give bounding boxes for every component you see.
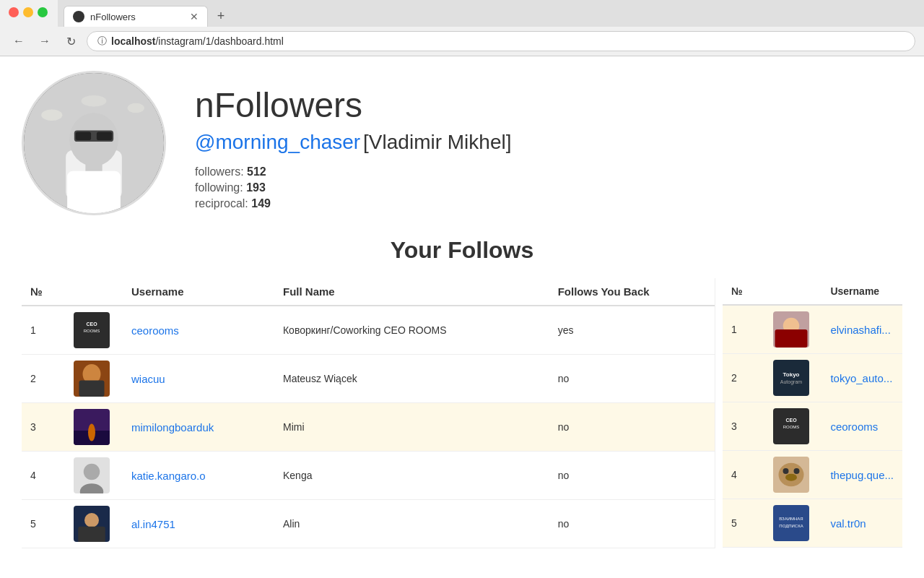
right-username-link[interactable]: elvinashafi...: [830, 324, 890, 336]
svg-rect-44: [773, 505, 809, 541]
row-username-cell: ceorooms: [123, 306, 274, 355]
row-avatar-cell: [65, 500, 123, 548]
svg-point-2: [41, 109, 62, 121]
right-table-row: 4 thepug.que...: [723, 451, 902, 499]
profile-avatar: [22, 71, 166, 215]
username-link[interactable]: ceorooms: [131, 324, 179, 337]
security-icon: ⓘ: [97, 35, 107, 48]
right-username-link[interactable]: val.tr0n: [830, 517, 866, 530]
row-fullname: Коворкинг/Coworking CEO ROOMS: [274, 306, 549, 355]
tab-bar: nFollowers ✕ +: [58, 0, 924, 27]
row-username-cell: katie.kangaro.o: [123, 452, 274, 500]
right-username-link[interactable]: ceorooms: [830, 420, 878, 433]
table-row: 2 wiacuu Mateusz Wiącek no: [22, 355, 715, 403]
active-tab[interactable]: nFollowers ✕: [64, 6, 208, 27]
svg-point-28: [84, 513, 99, 527]
right-row-number: 1: [723, 305, 764, 354]
right-row-avatar-cell: TokyoAutogram: [764, 354, 821, 402]
svg-point-4: [82, 95, 107, 107]
row-follows-back: no: [549, 452, 715, 500]
followers-stat: followers: 512: [195, 165, 511, 178]
right-username-link[interactable]: tokyo_auto...: [830, 372, 892, 384]
svg-point-43: [785, 474, 797, 481]
right-table-row: 1 elvinashafi...: [723, 305, 902, 354]
row-username-cell: wiacuu: [123, 355, 274, 403]
right-table-row: 2 TokyoAutogram tokyo_auto...: [723, 354, 902, 402]
row-avatar: [74, 506, 110, 542]
col-avatar: [65, 278, 123, 306]
row-fullname: Kenga: [274, 452, 549, 500]
close-window-button[interactable]: [9, 7, 19, 17]
col-no: №: [22, 278, 65, 306]
forward-button[interactable]: →: [35, 31, 55, 51]
right-table-row: 3 CEOROOMS ceorooms: [723, 402, 902, 451]
right-follows-table: № Username 1 elvinashafi... 2 TokyoAutog…: [723, 278, 902, 548]
username-link[interactable]: mimilongboarduk: [131, 421, 214, 434]
svg-rect-19: [79, 381, 105, 397]
right-row-number: 3: [723, 402, 764, 451]
svg-text:Tokyo: Tokyo: [783, 371, 800, 378]
row-username-cell: al.in4751: [123, 500, 274, 548]
right-row-avatar-cell: CEOROOMS: [764, 402, 821, 451]
row-username-cell: mimilongboarduk: [123, 403, 274, 452]
reciprocal-label: reciprocal:: [195, 197, 248, 210]
following-stat: following: 193: [195, 181, 511, 194]
address-bar-row: ← → ↻ ⓘ localhost/instagram/1/dashboard.…: [0, 27, 924, 56]
username-link[interactable]: wiacuu: [131, 373, 165, 385]
minimize-window-button[interactable]: [23, 7, 33, 17]
row-avatar: [74, 361, 110, 397]
table-header-row: № Username Full Name Follows You Back: [22, 278, 715, 306]
table-row: 1 CEOROOMS ceorooms Коворкинг/Coworking …: [22, 306, 715, 355]
followers-label: followers:: [195, 165, 244, 178]
maximize-window-button[interactable]: [38, 7, 48, 17]
right-row-username-cell: elvinashafi...: [821, 305, 902, 354]
right-row-avatar-cell: [764, 451, 821, 499]
row-avatar-cell: [65, 403, 123, 452]
tab-favicon: [73, 11, 84, 22]
table-row: 5 al.in4751 Alin no: [22, 500, 715, 548]
col-follows-back: Follows You Back: [549, 278, 715, 306]
svg-text:CEO: CEO: [86, 322, 97, 327]
page-content: nFollowers @morning_chaser [Vladimir Mik…: [0, 56, 924, 563]
row-avatar-cell: [65, 355, 123, 403]
svg-text:ВЗАИМНАЯ: ВЗАИМНАЯ: [779, 517, 803, 521]
right-panel: № Username 1 elvinashafi... 2 TokyoAutog…: [715, 278, 902, 548]
right-row-username-cell: thepug.que...: [821, 451, 902, 499]
new-tab-button[interactable]: +: [211, 7, 231, 27]
svg-rect-10: [76, 131, 91, 140]
row-number: 1: [22, 306, 65, 355]
row-follows-back: no: [549, 403, 715, 452]
row-fullname: Mateusz Wiącek: [274, 355, 549, 403]
username-link[interactable]: al.in4751: [131, 518, 175, 530]
right-username-link[interactable]: thepug.que...: [830, 469, 894, 481]
right-row-avatar: [773, 311, 809, 348]
col-fullname: Full Name: [274, 278, 549, 306]
right-row-avatar: TokyoAutogram: [773, 360, 809, 396]
profile-info: nFollowers @morning_chaser [Vladimir Mik…: [195, 71, 511, 213]
right-row-username-cell: ceorooms: [821, 402, 902, 451]
svg-point-22: [88, 424, 95, 441]
right-row-avatar: [773, 457, 809, 493]
svg-point-42: [794, 468, 800, 474]
username-link[interactable]: katie.kangaro.o: [131, 470, 206, 482]
row-avatar-cell: CEOROOMS: [65, 306, 123, 355]
profile-section: nFollowers @morning_chaser [Vladimir Mik…: [22, 71, 902, 215]
tab-close-button[interactable]: ✕: [190, 11, 199, 22]
svg-rect-32: [775, 329, 808, 348]
right-row-avatar: CEOROOMS: [773, 408, 809, 444]
row-avatar: CEOROOMS: [74, 312, 110, 348]
svg-rect-29: [78, 527, 105, 542]
row-avatar: [74, 457, 110, 493]
following-count: 193: [246, 181, 266, 194]
address-bar[interactable]: ⓘ localhost/instagram/1/dashboard.html: [87, 31, 915, 51]
right-col-username: Username: [821, 278, 902, 305]
row-number: 2: [22, 355, 65, 403]
back-button[interactable]: ←: [9, 31, 29, 51]
right-row-number: 4: [723, 451, 764, 499]
row-fullname: Alin: [274, 500, 549, 548]
right-col-avatar: [764, 278, 821, 305]
svg-rect-11: [97, 131, 112, 140]
reload-button[interactable]: ↻: [61, 31, 81, 51]
reciprocal-stat: reciprocal: 149: [195, 197, 511, 210]
profile-stats: followers: 512 following: 193 reciprocal…: [195, 165, 511, 210]
